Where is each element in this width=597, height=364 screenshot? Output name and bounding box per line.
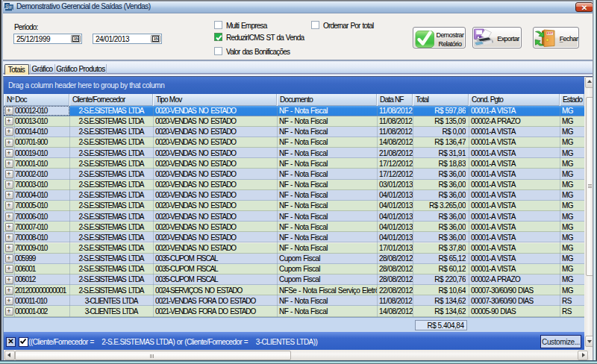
svg-text:EXIT: EXIT — [547, 32, 554, 35]
